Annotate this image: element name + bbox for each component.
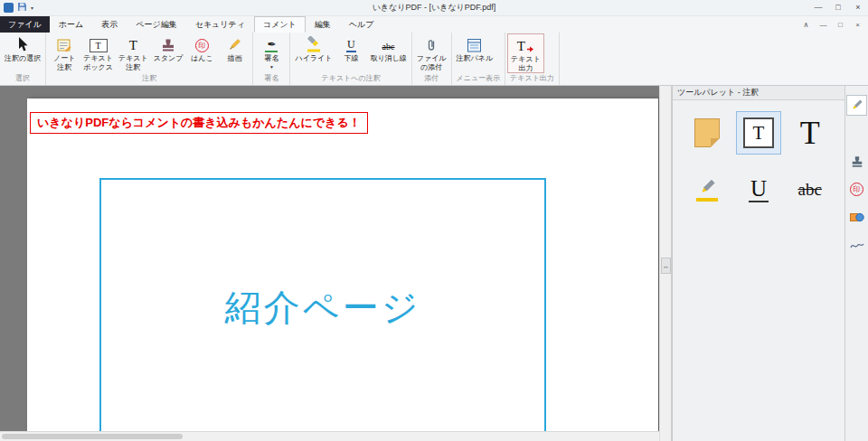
doc-close-icon[interactable]: × xyxy=(849,21,866,29)
group-label-output: テキスト出力 xyxy=(505,73,559,85)
tab-edit[interactable]: 編集 xyxy=(306,16,340,33)
tool-palette-header: ツールパレット - 注釈 xyxy=(673,86,844,100)
strip-shapes-icon xyxy=(850,211,864,223)
app-window: ▾ いきなりPDF - [いきなりPDF.pdf] — □ × ファイル ホーム… xyxy=(0,0,868,441)
palette-highlight-tool[interactable] xyxy=(685,169,729,211)
ribbon-group-text-annotation: ハイライト U 下線 abc 取り消し線 テキストへの注釈 xyxy=(290,33,411,85)
strikeout-icon: abc xyxy=(382,35,395,52)
tool-palette-grid: T T U abc xyxy=(673,100,844,221)
highlighter-large-icon xyxy=(696,179,718,202)
underline-label: 下線 xyxy=(344,54,358,63)
comment-annotation[interactable]: いきなりPDFならコメントの書き込みもかんたんにできる！ xyxy=(30,112,368,134)
underline-button[interactable]: U 下線 xyxy=(335,33,367,73)
text-box-large-icon: T xyxy=(743,117,774,148)
strip-stamp-tool[interactable] xyxy=(847,152,866,171)
document-viewport: いきなりPDFならコメントの書き込みもかんたんにできる！ 紹介ページ xyxy=(0,86,659,431)
text-output-label: テキスト 出力 xyxy=(511,55,541,72)
pencil-icon xyxy=(227,35,241,52)
tab-file[interactable]: ファイル xyxy=(0,16,50,33)
underline-glyph: U xyxy=(346,39,356,52)
tab-page-edit[interactable]: ページ編集 xyxy=(127,16,185,33)
group-label-menu: メニュー表示 xyxy=(452,73,505,85)
strip-hanko-icon: 印 xyxy=(850,183,863,196)
horizontal-scrollbar-thumb[interactable] xyxy=(2,434,183,439)
signature-dropdown-icon[interactable]: ▼ xyxy=(269,64,274,70)
note-annotation-label: ノート 注釈 xyxy=(53,54,75,71)
signature-button[interactable]: ✒ 署名 ▼ xyxy=(255,33,288,73)
group-label-signature: 署名 xyxy=(253,73,289,85)
tab-security[interactable]: セキュリティ xyxy=(186,16,254,33)
annotation-panel-label: 注釈パネル xyxy=(457,54,494,63)
tab-help[interactable]: ヘルプ xyxy=(340,16,383,33)
ribbon-group-attach: ファイル の添付 添付 xyxy=(412,33,452,85)
strikeout-large-glyph: abc xyxy=(797,180,821,200)
group-label-attach: 添付 xyxy=(412,73,451,85)
strip-scribble-icon xyxy=(850,240,864,250)
strip-signature-tool[interactable] xyxy=(847,236,866,255)
doc-minimize-icon[interactable]: — xyxy=(815,21,832,29)
tab-view[interactable]: 表示 xyxy=(92,16,127,33)
highlighter-icon xyxy=(306,35,322,52)
cursor-arrow-icon xyxy=(16,35,29,52)
draw-button[interactable]: 描画 xyxy=(218,33,250,73)
underline-icon: U xyxy=(346,35,356,52)
vertical-scrollbar[interactable]: ↔ xyxy=(659,86,672,441)
annotation-panel-button[interactable]: 注釈パネル xyxy=(454,33,496,73)
hanko-label: はんこ xyxy=(191,54,213,63)
titlebar: ▾ いきなりPDF - [いきなりPDF.pdf] — □ × xyxy=(0,0,868,16)
strip-highlight-tool[interactable] xyxy=(846,95,867,116)
text-output-button[interactable]: T テキスト 出力 xyxy=(507,33,544,73)
close-button[interactable]: × xyxy=(848,0,868,15)
attach-file-label: ファイル の添付 xyxy=(417,54,447,71)
text-annotation-button[interactable]: T テキスト 注釈 xyxy=(116,33,151,73)
palette-strikeout-tool[interactable]: abc xyxy=(788,169,832,211)
draw-label: 描画 xyxy=(227,54,241,63)
signature-pen-icon: ✒ xyxy=(265,35,278,52)
attach-file-button[interactable]: ファイル の添付 xyxy=(414,33,449,73)
save-button[interactable] xyxy=(17,2,27,14)
strip-hanko-tool[interactable]: 印 xyxy=(847,180,866,199)
horizontal-scrollbar[interactable] xyxy=(0,431,659,441)
text-annotation-icon: T xyxy=(129,35,137,52)
stamp-icon xyxy=(161,35,175,52)
text-large-glyph: T xyxy=(800,117,820,149)
select-annotation-button[interactable]: 注釈の選択 xyxy=(2,33,43,73)
palette-note-tool[interactable] xyxy=(685,112,729,154)
quick-access-dropdown-icon[interactable]: ▾ xyxy=(31,5,33,11)
text-annotation-label: テキスト 注釈 xyxy=(118,54,148,71)
tab-home[interactable]: ホーム xyxy=(50,16,92,33)
strip-stamp-icon xyxy=(851,155,863,168)
tab-comment[interactable]: コメント xyxy=(254,16,306,33)
stamp-label: スタンプ xyxy=(154,54,184,63)
splitter-handle[interactable]: ↔ xyxy=(661,258,671,274)
ribbon-group-signature: ✒ 署名 ▼ 署名 xyxy=(253,33,290,85)
main-area: いきなりPDFならコメントの書き込みもかんたんにできる！ 紹介ページ ↔ ツール… xyxy=(0,86,868,441)
palette-text-tool[interactable]: T xyxy=(788,112,832,154)
strip-shapes-tool[interactable] xyxy=(847,208,866,227)
stamp-button[interactable]: スタンプ xyxy=(151,33,186,73)
group-label-select: 選択 xyxy=(0,73,45,85)
ribbon-group-annotation: ノート 注釈 T テキスト ボックス T テキスト 注釈 xyxy=(46,33,253,85)
quick-access-toolbar: ▾ xyxy=(0,2,33,14)
note-annotation-button[interactable]: ノート 注釈 xyxy=(48,33,80,73)
strikeout-button[interactable]: abc 取り消し線 xyxy=(367,33,409,73)
signature-label: 署名 xyxy=(264,54,278,63)
ribbon-group-output: T テキスト 出力 テキスト出力 xyxy=(505,33,560,85)
highlight-label: ハイライト xyxy=(295,54,332,63)
highlight-button[interactable]: ハイライト xyxy=(292,33,335,73)
document-area: いきなりPDFならコメントの書き込みもかんたんにできる！ 紹介ページ xyxy=(0,86,659,441)
palette-text-box-tool[interactable]: T xyxy=(736,111,781,155)
hanko-button[interactable]: 印 はんこ xyxy=(185,33,218,73)
ribbon: 注釈の選択 選択 ノート 注釈 T テキスト ボックス xyxy=(0,33,868,86)
text-box-button[interactable]: T テキスト ボックス xyxy=(80,33,116,73)
document-window-controls: ∧ — □ × xyxy=(797,16,868,33)
minimize-button[interactable]: — xyxy=(808,0,828,15)
doc-restore-icon[interactable]: □ xyxy=(832,21,849,29)
group-label-annotation: 注釈 xyxy=(46,73,252,85)
collapse-ribbon-icon[interactable]: ∧ xyxy=(797,21,815,29)
window-title: いきなりPDF - [いきなりPDF.pdf] xyxy=(0,2,868,14)
save-icon xyxy=(17,2,27,12)
palette-underline-tool[interactable]: U xyxy=(737,169,780,211)
maximize-button[interactable]: □ xyxy=(828,0,848,15)
page-content-text: 紹介ページ xyxy=(225,283,421,333)
